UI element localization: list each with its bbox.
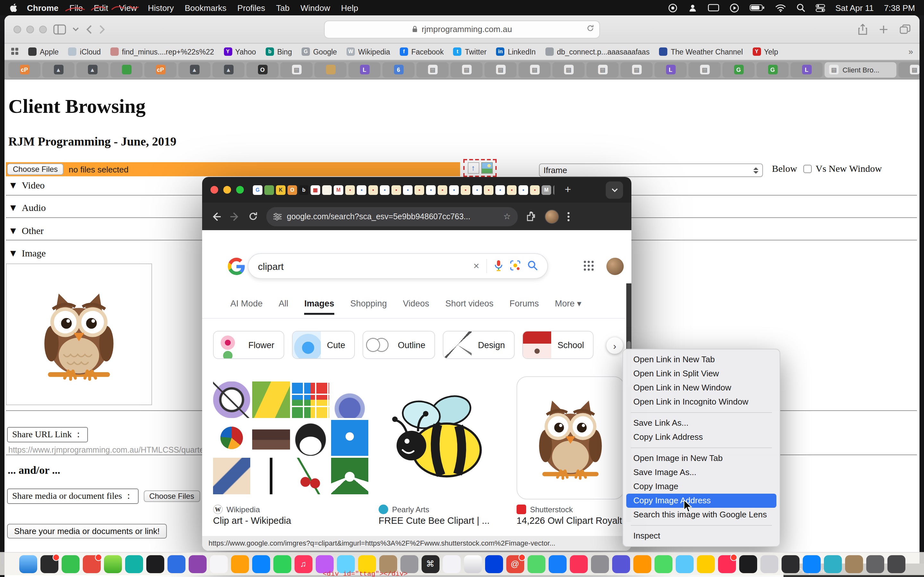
browser-tab[interactable]: ▪ xyxy=(472,185,482,195)
dock-icon[interactable] xyxy=(739,555,757,573)
dock-icon[interactable]: @ xyxy=(506,555,524,573)
browser-tab[interactable]: G xyxy=(756,62,788,77)
browser-tab[interactable]: ▤ xyxy=(620,62,653,77)
mic-icon[interactable] xyxy=(494,259,503,273)
google-profile-avatar[interactable] xyxy=(606,258,624,275)
browser-tab[interactable] xyxy=(322,185,332,195)
menu-item[interactable]: History xyxy=(148,3,174,13)
dock-icon[interactable] xyxy=(231,555,249,573)
upload-icon[interactable]: ↑ xyxy=(467,162,479,174)
dock-icon[interactable] xyxy=(252,555,270,573)
minimize-window-button[interactable] xyxy=(223,186,231,193)
menu-item[interactable]: Chrome xyxy=(27,3,58,13)
dock-icon[interactable] xyxy=(527,555,545,573)
browser-tab[interactable]: ▤ xyxy=(280,62,312,77)
back-button[interactable] xyxy=(86,24,92,34)
browser-tab[interactable]: ▪ xyxy=(495,185,505,195)
menu-item[interactable]: View xyxy=(119,3,137,13)
dock-icon[interactable] xyxy=(803,555,821,573)
result-title[interactable]: Clip art - Wikipedia xyxy=(213,516,370,526)
browser-tab[interactable]: ▪ xyxy=(438,185,447,195)
dock-icon[interactable] xyxy=(443,555,460,573)
dock-icon[interactable] xyxy=(19,555,37,573)
browser-tab[interactable]: L xyxy=(349,62,381,77)
result-title[interactable]: 14,226 Owl Clipart Royalt xyxy=(517,516,627,526)
battery-icon[interactable] xyxy=(750,4,765,11)
result-source[interactable]: W Wikipedia xyxy=(213,504,260,514)
section-image[interactable]: ▼ Image xyxy=(8,248,46,259)
bookmark-item[interactable]: t Twitter xyxy=(453,47,487,56)
browser-tab[interactable]: ▪ xyxy=(415,185,424,195)
browser-tab[interactable]: ▪ xyxy=(484,185,493,195)
chip-outline[interactable]: Outline xyxy=(363,331,435,359)
result-title[interactable]: FREE Cute Bee Clipart | ... xyxy=(379,516,510,526)
forward-button[interactable] xyxy=(230,211,240,221)
bookmark-item[interactable]: find_minus....rep+%22s%22 xyxy=(110,47,214,56)
browser-tab[interactable]: ▪ xyxy=(403,185,413,195)
result-image-owl[interactable] xyxy=(517,376,624,500)
dock-icon[interactable] xyxy=(887,555,905,573)
display-mode-select[interactable]: Iframe xyxy=(539,163,763,177)
tab-videos[interactable]: Videos xyxy=(403,299,429,315)
browser-tab[interactable] xyxy=(110,62,142,77)
browser-tab[interactable]: ▪ xyxy=(391,185,401,195)
browser-tab[interactable]: ▤ xyxy=(898,62,919,77)
browser-tab[interactable] xyxy=(314,62,347,77)
dock-icon[interactable] xyxy=(125,555,143,573)
dock-icon[interactable] xyxy=(845,555,863,573)
menu-item-copy-image[interactable]: Copy Image xyxy=(626,480,776,494)
tab-overview-icon[interactable] xyxy=(900,24,911,34)
browser-tab[interactable]: M xyxy=(334,185,343,195)
menu-item-inspect[interactable]: Inspect xyxy=(626,529,776,543)
profile-avatar[interactable] xyxy=(545,210,559,223)
browser-tab[interactable]: ▪ xyxy=(530,185,540,195)
bookmarks-grid-icon[interactable] xyxy=(11,47,19,56)
share-media-choose-files-button[interactable]: Choose Files xyxy=(144,490,200,502)
dock-icon[interactable] xyxy=(760,555,778,573)
dock-icon[interactable] xyxy=(273,555,291,573)
tab-images[interactable]: Images xyxy=(304,299,334,315)
reload-icon[interactable] xyxy=(586,24,594,34)
sidebar-toggle-icon[interactable] xyxy=(53,24,66,34)
menu-item[interactable]: File xyxy=(69,3,83,13)
dock-icon[interactable] xyxy=(569,555,588,573)
result-image-clipart-collage[interactable] xyxy=(213,382,368,494)
menu-bar-clock[interactable]: 7:38 PM xyxy=(884,3,915,13)
dock-icon[interactable] xyxy=(464,555,481,573)
address-bar[interactable]: rjmprogramming.com.au xyxy=(324,20,600,38)
tab-ai-mode[interactable]: AI Mode xyxy=(230,299,263,315)
wifi-icon[interactable] xyxy=(775,3,786,12)
menu-bar-date[interactable]: Sat Apr 11 xyxy=(835,3,874,13)
image-icon[interactable] xyxy=(481,162,493,174)
dock-icon[interactable] xyxy=(612,555,630,573)
browser-tab[interactable]: cP xyxy=(144,62,176,77)
play-icon[interactable] xyxy=(730,3,739,13)
search-input[interactable]: clipart × xyxy=(248,253,548,279)
google-logo[interactable] xyxy=(228,258,245,275)
browser-tab[interactable]: ▪ xyxy=(507,185,517,195)
control-center-icon[interactable] xyxy=(816,3,825,12)
search-icon[interactable] xyxy=(796,3,805,12)
browser-tab[interactable]: ▤ xyxy=(688,62,720,77)
section-video[interactable]: ▼ Video xyxy=(8,180,45,191)
menu-item-save-link-as[interactable]: Save Link As... xyxy=(626,416,776,430)
browser-tab[interactable]: ▤ xyxy=(485,62,517,77)
browser-tab[interactable]: K xyxy=(276,185,286,195)
menu-item[interactable]: Profiles xyxy=(237,3,265,13)
browser-tab[interactable]: ▪ xyxy=(357,185,367,195)
browser-tab[interactable]: ▪ xyxy=(345,185,355,195)
menu-item[interactable]: Tab xyxy=(276,3,290,13)
result-image-bee[interactable] xyxy=(379,382,507,494)
dock-icon[interactable]: ♫ xyxy=(294,555,312,573)
dock-icon[interactable] xyxy=(40,555,58,573)
browser-tab[interactable]: ▤ xyxy=(552,62,585,77)
bookmark-item[interactable]: db_connect.p...aaasaaafaas xyxy=(545,47,650,56)
dock-icon[interactable] xyxy=(633,555,651,573)
chip-cute[interactable]: Cute xyxy=(292,331,355,359)
browser-tab[interactable]: ▲ xyxy=(212,62,244,77)
choose-files-button[interactable]: Choose Files xyxy=(7,163,63,175)
browser-tab[interactable] xyxy=(553,185,554,195)
menu-item[interactable]: Bookmarks xyxy=(185,3,226,13)
browser-tab[interactable]: ▪ xyxy=(519,185,528,195)
bookmark-item[interactable]: W Wikipedia xyxy=(347,47,390,56)
